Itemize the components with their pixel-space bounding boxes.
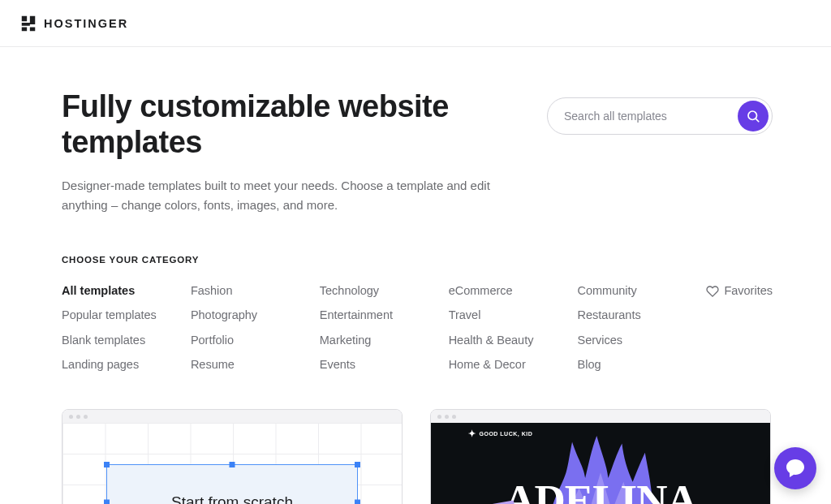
browser-dot-icon: [84, 415, 88, 419]
search-input[interactable]: [564, 110, 738, 123]
favorites-label: Favorites: [724, 284, 773, 297]
browser-chrome: [431, 410, 770, 423]
browser-dot-icon: [437, 415, 441, 419]
resize-handle-icon: [230, 462, 235, 467]
category-blog[interactable]: Blog: [578, 358, 707, 372]
category-community[interactable]: Community: [578, 284, 707, 298]
main-content: Fully customizable website templates Des…: [0, 47, 831, 504]
category-popular-templates[interactable]: Popular templates: [62, 308, 191, 322]
browser-dot-icon: [445, 415, 449, 419]
hero-text: Fully customizable website templates Des…: [62, 89, 500, 214]
scratch-label: Start from scratch: [171, 493, 293, 504]
selection-box: Start from scratch: [106, 464, 358, 504]
adelina-preview: ✦ GOOD LUCK, KID ILLUSTRA: [431, 423, 770, 504]
category-all-templates[interactable]: All templates: [62, 284, 191, 298]
chat-widget-button[interactable]: [774, 447, 816, 489]
resize-handle-icon: [355, 462, 360, 467]
category-blank-templates[interactable]: Blank templates: [62, 334, 191, 347]
search-button[interactable]: [738, 101, 769, 131]
template-card-adelina[interactable]: ✦ GOOD LUCK, KID ILLUSTRA: [430, 409, 771, 504]
category-entertainment[interactable]: Entertainment: [320, 308, 449, 322]
category-resume[interactable]: Resume: [191, 358, 320, 372]
hostinger-logo-icon: [19, 15, 37, 32]
template-card-scratch[interactable]: Start from scratch: [62, 409, 403, 504]
star-icon: ✦: [468, 429, 476, 438]
search-pill: [547, 97, 773, 135]
brand-name: HOSTINGER: [44, 17, 128, 30]
adelina-stage: ILLUSTRATOR ADELINA Palmer This is the n…: [431, 452, 770, 504]
category-services[interactable]: Services: [578, 334, 707, 347]
browser-chrome: [62, 410, 402, 423]
category-health-beauty[interactable]: Health & Beauty: [449, 334, 578, 347]
site-header: HOSTINGER: [0, 0, 831, 47]
category-grid: All templates Popular templates Blank te…: [62, 284, 773, 373]
category-label: CHOOSE YOUR CATEGORY: [62, 255, 773, 265]
category-technology[interactable]: Technology: [320, 284, 449, 298]
scratch-canvas: Start from scratch: [62, 423, 402, 504]
search-container: [547, 97, 773, 135]
browser-dot-icon: [69, 415, 73, 419]
category-column-1: All templates Popular templates Blank te…: [62, 284, 191, 373]
category-fashion[interactable]: Fashion: [191, 284, 320, 298]
category-ecommerce[interactable]: eCommerce: [449, 284, 578, 298]
category-column-2: Fashion Photography Portfolio Resume: [191, 284, 320, 373]
category-home-decor[interactable]: Home & Decor: [449, 358, 578, 372]
browser-dot-icon: [452, 415, 456, 419]
resize-handle-icon: [104, 499, 110, 504]
template-grid: Start from scratch: [62, 409, 773, 504]
adelina-line1: ADELINA: [431, 481, 770, 504]
category-landing-pages[interactable]: Landing pages: [62, 358, 191, 372]
category-column-5: Community Restaurants Services Blog: [578, 284, 707, 373]
hero-section: Fully customizable website templates Des…: [62, 89, 773, 214]
favorites-link[interactable]: Favorites: [706, 284, 773, 373]
brand-logo[interactable]: HOSTINGER: [19, 15, 128, 32]
category-column-4: eCommerce Travel Health & Beauty Home & …: [449, 284, 578, 373]
page-title: Fully customizable website templates: [62, 89, 500, 160]
adelina-title: ADELINA Palmer: [431, 481, 770, 504]
heart-icon: [706, 285, 719, 298]
svg-line-1: [756, 118, 759, 122]
page-subtitle: Designer-made templates built to meet yo…: [62, 176, 500, 214]
category-portfolio[interactable]: Portfolio: [191, 334, 320, 347]
category-marketing[interactable]: Marketing: [320, 334, 449, 347]
category-travel[interactable]: Travel: [449, 308, 578, 322]
chat-icon: [784, 457, 807, 480]
category-column-3: Technology Entertainment Marketing Event…: [320, 284, 449, 373]
category-restaurants[interactable]: Restaurants: [578, 308, 707, 322]
category-photography[interactable]: Photography: [191, 308, 320, 322]
search-icon: [746, 109, 760, 123]
resize-handle-icon: [355, 499, 360, 504]
browser-dot-icon: [76, 415, 80, 419]
resize-handle-icon: [104, 462, 110, 467]
category-events[interactable]: Events: [320, 358, 449, 372]
